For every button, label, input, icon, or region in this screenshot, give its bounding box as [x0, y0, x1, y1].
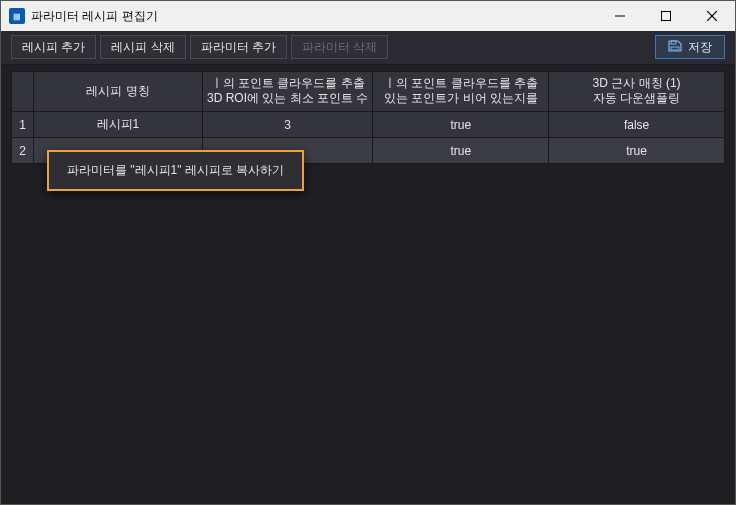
- cell-c1[interactable]: 3: [202, 112, 373, 138]
- table-row[interactable]: 1 레시피1 3 true false: [12, 112, 725, 138]
- save-icon: [668, 40, 682, 55]
- delete-parameter-button[interactable]: 파라미터 삭제: [291, 35, 388, 59]
- row-number[interactable]: 1: [12, 112, 34, 138]
- table-corner: [12, 71, 34, 111]
- titlebar: ▦ 파라미터 레시피 편집기: [1, 1, 735, 31]
- header-col3[interactable]: 3D 근사 매칭 (1) 자동 다운샘플링: [549, 71, 725, 111]
- delete-recipe-button[interactable]: 레시피 삭제: [100, 35, 185, 59]
- save-button-label: 저장: [688, 39, 712, 56]
- row-number[interactable]: 2: [12, 138, 34, 164]
- cell-c2[interactable]: true: [373, 112, 549, 138]
- content-area: 레시피 명칭 ㅣ의 포인트 클라우드를 추출 3D ROI에 있는 최소 포인트…: [1, 65, 735, 504]
- maximize-button[interactable]: [643, 1, 689, 31]
- cell-c2[interactable]: true: [373, 138, 549, 164]
- context-menu-item-copy-to-recipe[interactable]: 파라미터를 "레시피1" 레시피로 복사하기: [57, 158, 294, 183]
- toolbar: 레시피 추가 레시피 삭제 파라미터 추가 파라미터 삭제 저장: [1, 31, 735, 65]
- table-empty-area: [11, 164, 725, 494]
- app-icon: ▦: [9, 8, 25, 24]
- context-menu: 파라미터를 "레시피1" 레시피로 복사하기: [47, 150, 304, 191]
- svg-rect-1: [662, 12, 671, 21]
- svg-rect-5: [671, 47, 679, 50]
- svg-rect-4: [671, 41, 676, 44]
- cell-c3[interactable]: false: [549, 112, 725, 138]
- window-title: 파라미터 레시피 편집기: [31, 8, 158, 25]
- save-button[interactable]: 저장: [655, 35, 725, 59]
- add-recipe-button[interactable]: 레시피 추가: [11, 35, 96, 59]
- header-col2[interactable]: ㅣ의 포인트 클라우드를 추출 있는 포인트가 비어 있는지를: [373, 71, 549, 111]
- close-button[interactable]: [689, 1, 735, 31]
- minimize-button[interactable]: [597, 1, 643, 31]
- cell-c3[interactable]: true: [549, 138, 725, 164]
- add-parameter-button[interactable]: 파라미터 추가: [190, 35, 287, 59]
- recipe-table: 레시피 명칭 ㅣ의 포인트 클라우드를 추출 3D ROI에 있는 최소 포인트…: [11, 71, 725, 494]
- header-col1[interactable]: ㅣ의 포인트 클라우드를 추출 3D ROI에 있는 최소 포인트 수: [202, 71, 373, 111]
- header-recipe-name[interactable]: 레시피 명칭: [34, 71, 203, 111]
- cell-recipe-name[interactable]: 레시피1: [34, 112, 203, 138]
